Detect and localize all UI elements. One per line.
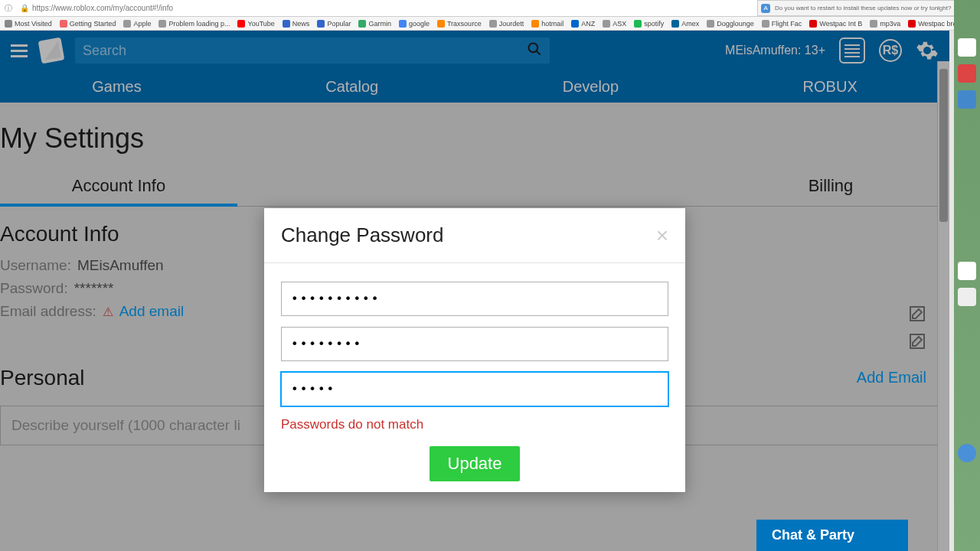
info-icon[interactable]: ⓘ (5, 3, 12, 14)
url-text[interactable]: https://www.roblox.com/my/account#!/info (32, 4, 842, 12)
current-password-input[interactable] (281, 282, 668, 316)
bookmark-item[interactable]: News (283, 20, 310, 28)
bookmark-item[interactable]: Popular (317, 20, 351, 28)
desktop-icon[interactable] (958, 262, 976, 280)
bookmark-item[interactable]: Dogglounge (707, 20, 754, 28)
bookmark-item[interactable]: Flight Fac (762, 20, 802, 28)
browser-address-bar: ⓘ 🔒 https://www.roblox.com/my/account#!/… (0, 0, 980, 17)
desktop-icon[interactable] (958, 38, 976, 57)
bookmark-item[interactable]: Amex (671, 20, 699, 28)
bookmark-item[interactable]: Most Visited (5, 20, 52, 28)
bookmark-item[interactable]: ANZ (571, 20, 595, 28)
bookmark-item[interactable]: ASX (603, 20, 626, 28)
bookmark-item[interactable]: Jourdett (489, 20, 524, 28)
bookmark-item[interactable]: Getting Started (60, 20, 116, 28)
update-button[interactable]: Update (430, 446, 521, 481)
desktop-strip (954, 0, 980, 551)
bookmark-item[interactable]: Problem loading p... (158, 20, 230, 28)
notif-text: Do you want to restart to install these … (775, 5, 951, 11)
system-notification: A Do you want to restart to install thes… (757, 0, 977, 16)
appstore-icon: A (761, 4, 770, 13)
bookmark-item[interactable]: Traxsource (437, 20, 482, 28)
desktop-icon[interactable] (958, 288, 976, 306)
bookmark-item[interactable]: YouTube (237, 20, 274, 28)
bookmark-item[interactable]: spotify (634, 20, 664, 28)
bookmark-item[interactable]: google (399, 20, 430, 28)
bookmark-bar: Most Visited Getting Started Apple Probl… (0, 17, 980, 31)
bookmark-item[interactable]: Apple (123, 20, 151, 28)
confirm-password-input[interactable] (281, 372, 668, 406)
change-password-modal: Change Password × Passwords do not match… (264, 208, 685, 492)
bookmark-item[interactable]: Westpac Int B (809, 20, 862, 28)
desktop-icon[interactable] (958, 90, 976, 109)
close-icon[interactable]: × (656, 225, 668, 246)
desktop-icon[interactable] (958, 64, 976, 83)
password-error-text: Passwords do not match (281, 417, 668, 432)
chat-party-bar[interactable]: Chat & Party (756, 520, 908, 551)
lock-icon: 🔒 (20, 4, 29, 12)
bookmark-item[interactable]: mp3va (870, 20, 900, 28)
modal-title: Change Password (281, 223, 443, 247)
desktop-icon[interactable] (958, 444, 976, 462)
bookmark-item[interactable]: Garmin (358, 20, 391, 28)
bookmark-item[interactable]: hotmail (531, 20, 564, 28)
new-password-input[interactable] (281, 327, 668, 361)
